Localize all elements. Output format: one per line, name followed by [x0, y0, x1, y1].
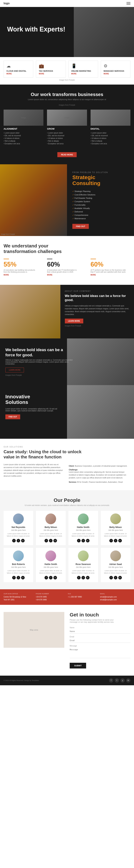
twitter-icon[interactable]: t [81, 576, 85, 580]
about-woman-image [0, 285, 60, 338]
innovative-cta-button[interactable]: FIND OUT [5, 414, 20, 419]
twitter-icon[interactable]: t [49, 576, 53, 580]
facebook-icon[interactable]: f [44, 539, 48, 542]
email-input[interactable] [70, 638, 130, 643]
linkedin-icon[interactable]: in [86, 576, 90, 580]
footer-linkedin-icon[interactable]: in [126, 678, 130, 683]
facebook-icon[interactable]: f [12, 539, 16, 542]
hero-section: Work with Experts! [0, 7, 134, 57]
office-email-value: email@example.com email@example.com [100, 595, 130, 601]
twitter-icon[interactable]: t [16, 576, 20, 580]
footer-twitter-icon[interactable]: t [115, 678, 119, 683]
twitter-icon[interactable]: t [49, 539, 53, 542]
transform-col-alignment: image ALIGNMENT Lorem ipsum dolor Elit, … [4, 110, 43, 145]
about-title: We believe bold ideas can be a force for… [65, 294, 130, 302]
person-social-nat: f t in [6, 539, 31, 542]
grow-title: GROW [47, 127, 87, 130]
person-role-bob: Job title goes here [6, 566, 31, 568]
linkedin-icon[interactable]: in [118, 539, 122, 542]
form-message-row: Message [70, 645, 130, 659]
about-image-credit: Images from Freepik [65, 325, 130, 327]
stat-number-3: 60% [91, 261, 130, 268]
facebook-icon[interactable]: f [109, 539, 113, 542]
stat-more-2[interactable]: MORE [47, 274, 87, 276]
stat-number-1: 55% [4, 261, 43, 268]
strategic-content: FROM PROBLEM TO SOLUTION StrategicConsul… [67, 164, 134, 236]
bold-ideas-learn-more-button[interactable]: LEARN MORE [5, 368, 24, 372]
linkedin-icon[interactable]: in [21, 539, 25, 542]
linkedin-icon[interactable]: in [21, 576, 25, 580]
person-social-hattie2: f t in [39, 576, 63, 580]
checklist-item: Comprehensive [72, 214, 129, 217]
linkedin-icon[interactable]: in [118, 576, 122, 580]
person-desc-bob: Lorem ipsum dolor sit amet. Ut labore et… [6, 569, 31, 575]
list-item: Excepteur sint arca [91, 142, 130, 145]
service-card-managed: ⚙ MANAGED SERVICES MORE [101, 61, 130, 78]
transforms-title: Our work transforms businesses [4, 92, 130, 97]
about-learn-more-button[interactable]: LEARN MORE [65, 319, 83, 323]
stat-desc-1: of executives say building new productsf… [4, 269, 43, 273]
service-more-tax[interactable]: MORE [39, 73, 63, 75]
facebook-icon[interactable]: f [12, 576, 16, 580]
twitter-icon[interactable]: t [114, 576, 118, 580]
person-name-hattie2: Hattie Smith [39, 563, 63, 565]
contact-subtitle: Please use the following contact form to… [70, 619, 130, 623]
checklist-item: Complete System [72, 200, 129, 203]
email-label: Email [70, 636, 130, 638]
linkedin-icon[interactable]: in [54, 539, 57, 542]
strategic-woman-image [0, 164, 67, 236]
transforms-more-button[interactable]: READ MORE [57, 152, 76, 157]
service-more-managed[interactable]: MORE [104, 73, 128, 75]
facebook-icon[interactable]: f [44, 576, 48, 580]
service-title-tax: TAX SERVICES [39, 70, 63, 72]
name-input[interactable] [70, 629, 130, 633]
service-more-cloud[interactable]: MORE [6, 73, 30, 75]
stat-more-3[interactable]: MORE [91, 274, 130, 276]
list-item: Elit, sed do eiusmod [91, 134, 130, 137]
contact-grid: Map area Get in touch Please use the fol… [4, 612, 130, 669]
linkedin-icon[interactable]: in [86, 539, 90, 542]
twitter-icon[interactable]: t [81, 539, 85, 542]
person-social-adrian: f t in [103, 576, 128, 580]
linkedin-icon[interactable]: in [54, 576, 57, 580]
strategic-cta-button[interactable]: FIND OUT [72, 224, 89, 229]
bold-ideas-content: We believe bold ideas can be a force for… [5, 347, 73, 376]
message-textarea[interactable] [70, 647, 130, 658]
list-item: Nisl ut aliquip [4, 140, 43, 142]
twitter-icon[interactable]: t [114, 539, 118, 542]
about-content: ABOUT OUR COMPANY We believe bold ideas … [60, 285, 134, 338]
facebook-icon[interactable]: f [77, 539, 80, 542]
person-role-betty1: Job title goes here [39, 529, 63, 531]
case-study-client-label: Client: [69, 465, 74, 467]
transforms-image-credit: Images from Freepik [4, 104, 130, 106]
menu-button[interactable] [127, 2, 130, 5]
facebook-icon[interactable]: f [77, 576, 80, 580]
case-study-challenge-value: Lorem ipsum dolor consectetur adipiscing… [69, 471, 130, 479]
list-item: Excepteur sint arca [4, 142, 43, 145]
service-more-marketing[interactable]: MORE [71, 73, 95, 75]
submit-button[interactable]: SUBMIT [70, 663, 86, 669]
office-main-label: OUR MAIN OFFICE [4, 593, 34, 595]
footer-facebook-icon[interactable]: f [109, 678, 113, 683]
footer-youtube-icon[interactable]: y [121, 678, 125, 683]
person-role-rose: Job title goes here [71, 566, 95, 568]
person-card-bob: Bob Roberts Job title goes here Lorem ip… [4, 548, 33, 582]
name-label: Name [70, 627, 130, 629]
digital-image: image [91, 110, 130, 126]
service-card-tax: 💼 TAX SERVICES MORE [36, 61, 66, 78]
stat-line-1 [4, 259, 9, 259]
about-label: ABOUT OUR COMPANY [65, 290, 130, 292]
hero-image-placeholder [74, 7, 134, 57]
facebook-icon[interactable]: f [109, 576, 113, 580]
innovative-image [67, 385, 134, 439]
twitter-icon[interactable]: t [16, 539, 20, 542]
office-phone-label: PHONE NUMBER [36, 593, 66, 595]
services-image-credit: Image from Freepik [4, 79, 130, 81]
stat-more-1[interactable]: MORE [4, 274, 43, 276]
checklist-item: Cost-Effective Solutions [72, 193, 129, 196]
alignment-title: ALIGNMENT [4, 127, 43, 130]
stat-item-3: 60% of IT workers say those on the busin… [91, 259, 130, 276]
form-email-row: Email [70, 636, 130, 643]
person-card-hattie1: Hattie Smith Job title goes here Lorem i… [68, 511, 98, 545]
person-name-betty1: Betty Nilsen [39, 526, 63, 528]
